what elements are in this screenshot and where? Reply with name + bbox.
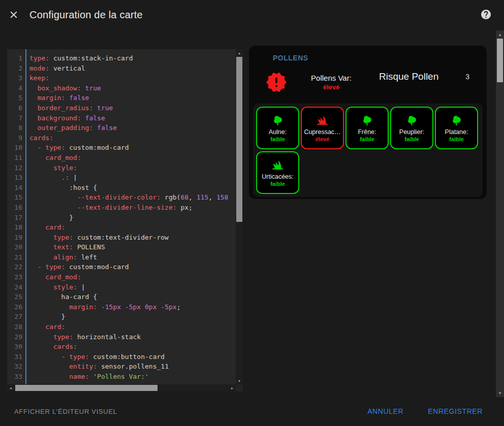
scroll-right-icon[interactable]: ► xyxy=(229,384,236,391)
risk-pollen-card: Risque Pollen 3 xyxy=(367,71,487,82)
pollen-state: faible xyxy=(360,136,374,142)
code-line: - type: custom:button-card xyxy=(29,352,236,362)
line-number: 9 xyxy=(7,133,22,143)
line-number: 29 xyxy=(7,332,22,342)
code-line: type: custom:stack-in-card xyxy=(29,53,236,63)
cancel-button[interactable]: ANNULER xyxy=(364,407,406,416)
scrollbar-corner xyxy=(236,384,243,391)
dialog-scrollbar[interactable]: ▲ ▼ xyxy=(496,30,504,397)
line-number: 25 xyxy=(7,292,22,302)
pollen-state: faible xyxy=(270,136,285,142)
pollen-state: élevé xyxy=(316,136,330,142)
code-line: align: left xyxy=(29,252,236,263)
editor-vertical-scrollbar[interactable]: ▲ ▼ xyxy=(236,49,243,384)
pollen-state: faible xyxy=(449,136,464,142)
grass-icon xyxy=(271,159,284,172)
pollen-button[interactable]: Peuplier:faible xyxy=(390,107,433,149)
code-line: } xyxy=(29,213,236,223)
alert-badge-card[interactable] xyxy=(265,71,288,93)
line-number: 31 xyxy=(7,352,22,362)
pollen-button[interactable]: Urticacées:faible xyxy=(256,151,299,194)
dialog-scrollbar-thumb[interactable] xyxy=(497,39,503,82)
code-line: .: | xyxy=(29,173,236,183)
dialog-title: Configuration de la carte xyxy=(29,9,143,21)
code-line: entity: sensor.pollens_11 xyxy=(29,362,236,372)
editor-horizontal-scrollbar[interactable]: ◄ ► xyxy=(7,384,243,391)
code-line: card_mod: xyxy=(29,272,236,282)
line-number: 26 xyxy=(7,302,22,312)
line-number: 23 xyxy=(7,272,22,282)
scroll-up-icon[interactable]: ▲ xyxy=(236,49,243,56)
risk-value: 3 xyxy=(465,73,469,81)
footer-actions: ANNULER ENREGISTRER xyxy=(364,407,486,416)
scroll-down-icon[interactable]: ▼ xyxy=(236,377,243,384)
save-button[interactable]: ENREGISTRER xyxy=(425,407,486,416)
line-number: 3 xyxy=(7,73,22,83)
divider-label: POLLENS xyxy=(273,54,308,62)
code-line: box_shadow: true xyxy=(29,83,236,93)
line-number: 7 xyxy=(7,113,22,123)
dialog-footer: AFFICHER L'ÉDITEUR VISUEL ANNULER ENREGI… xyxy=(0,397,504,426)
editor-gutter: 1234567891011121314151617181920212223242… xyxy=(7,49,25,384)
line-number: 11 xyxy=(7,153,22,163)
grass-icon xyxy=(316,114,329,127)
scroll-left-icon[interactable]: ◄ xyxy=(7,384,14,391)
code-line: outer_padding: false xyxy=(29,123,236,133)
code-line: } xyxy=(29,312,236,322)
code-line: border_radius: true xyxy=(29,103,236,113)
scroll-down-icon[interactable]: ▼ xyxy=(496,389,504,397)
line-number: 33 xyxy=(7,372,22,382)
pollen-name: Aulne: xyxy=(269,128,287,136)
line-number: 2 xyxy=(7,63,22,74)
tree-icon xyxy=(361,114,373,127)
line-number: 22 xyxy=(7,262,22,272)
line-number: 28 xyxy=(7,322,22,332)
line-number: 1 xyxy=(7,53,22,63)
code-line: - type: custom:mod-card xyxy=(29,143,236,153)
pollens-var-card[interactable]: Pollens Var: élevé xyxy=(296,73,367,92)
editor-hscroll-thumb[interactable] xyxy=(15,385,158,391)
risk-label: Risque Pollen xyxy=(379,71,438,82)
pollen-button[interactable]: Aulne:faible xyxy=(256,107,299,149)
code-line: style: | xyxy=(29,282,236,292)
editor-vscroll-thumb[interactable] xyxy=(236,57,242,222)
code-line: margin: false xyxy=(29,93,236,103)
pollen-button[interactable]: Frêne:faible xyxy=(345,107,389,149)
line-number: 32 xyxy=(7,362,22,372)
pollen-button[interactable]: Platane:faible xyxy=(435,107,478,149)
code-line: --text-divider-color: rgb(68, 115, 158 xyxy=(29,192,236,203)
pollen-name: Peuplier: xyxy=(399,128,424,136)
scroll-up-icon[interactable]: ▲ xyxy=(496,30,504,39)
yaml-editor[interactable]: 1234567891011121314151617181920212223242… xyxy=(7,49,243,384)
line-number: 19 xyxy=(7,233,22,243)
code-line: style: xyxy=(29,163,236,173)
show-visual-editor-button[interactable]: AFFICHER L'ÉDITEUR VISUEL xyxy=(11,407,120,416)
code-line: card_mod: xyxy=(29,153,236,163)
pollen-summary-row: Pollens Var: élevé Risque Pollen 3 xyxy=(249,66,487,99)
close-icon[interactable] xyxy=(8,9,19,20)
tree-icon xyxy=(405,114,418,127)
line-number: 12 xyxy=(7,163,22,173)
line-number: 16 xyxy=(7,203,22,213)
line-number: 17 xyxy=(7,213,22,223)
line-number: 14 xyxy=(7,183,22,193)
code-line: type: horizontal-stack xyxy=(29,332,236,342)
code-line: card: xyxy=(29,322,236,332)
code-line: :host { xyxy=(29,183,236,193)
pollens-var-name: Pollens Var: xyxy=(296,73,367,83)
line-number: 10 xyxy=(7,143,22,153)
pollens-var-state: élevé xyxy=(296,83,367,92)
line-number: 15 xyxy=(7,192,22,203)
editor-body: 1234567891011121314151617181920212223242… xyxy=(7,49,236,384)
help-circle-icon[interactable] xyxy=(480,9,492,20)
line-number: 5 xyxy=(7,93,22,103)
line-number: 27 xyxy=(7,312,22,322)
line-number: 24 xyxy=(7,282,22,292)
code-line: --text-divider-line-size: px; xyxy=(29,203,236,213)
pollen-button[interactable]: Cupressac…élevé xyxy=(301,107,344,149)
code-line: margin: -15px -5px 0px -5px; xyxy=(29,302,236,312)
code-line: keep: xyxy=(29,73,236,83)
editor-code[interactable]: type: custom:stack-in-cardmode: vertical… xyxy=(25,49,236,384)
line-number: 20 xyxy=(7,242,22,252)
code-line: ha-card { xyxy=(29,292,236,302)
